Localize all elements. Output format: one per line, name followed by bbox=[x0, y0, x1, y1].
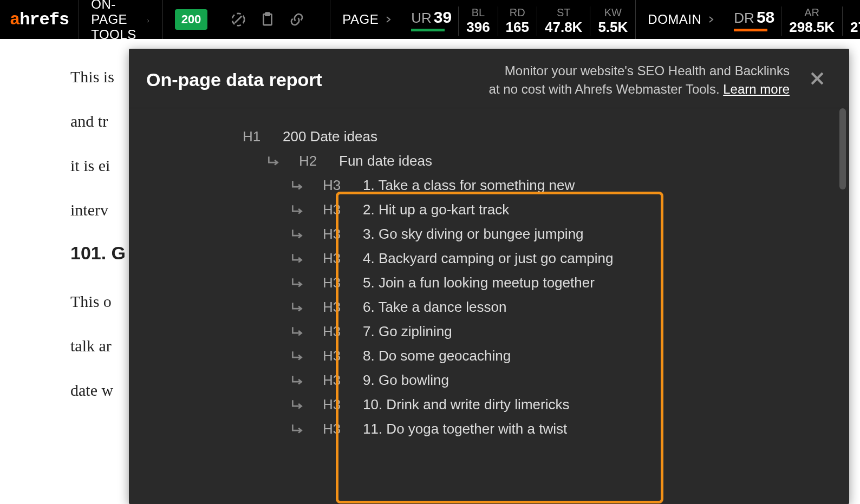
metric-bl: BL396 bbox=[458, 6, 497, 36]
heading-text: Fun date ideas bbox=[339, 153, 432, 169]
ahrefs-toolbar: ahrefs ON-PAGE TOOLS 200 PAGE UR 39 BL39… bbox=[0, 0, 860, 39]
metric-label: AR bbox=[804, 6, 819, 19]
domain-section[interactable]: DOMAIN bbox=[635, 0, 727, 39]
indent-arrow-icon bbox=[290, 252, 307, 266]
indent-arrow-icon bbox=[290, 300, 307, 315]
ur-bar bbox=[411, 29, 445, 31]
ahrefs-logo: ahrefs bbox=[0, 10, 79, 30]
metric-label: ST bbox=[557, 6, 571, 19]
heading-tag: H3 bbox=[323, 177, 347, 194]
heading-tag: H1 bbox=[243, 128, 266, 145]
heading-tag: H3 bbox=[323, 250, 347, 267]
chevron-right-icon bbox=[146, 15, 150, 24]
metric-bl: BL27.2K bbox=[842, 6, 860, 36]
indent-arrow-icon bbox=[290, 325, 307, 339]
status-badge: 200 bbox=[175, 9, 208, 30]
panel-body: H1200 Date ideasH2Fun date ideasH31. Tak… bbox=[129, 108, 849, 504]
metric-value: 5.5K bbox=[598, 19, 628, 36]
chevron-right-icon bbox=[384, 15, 393, 24]
ur-label: UR bbox=[411, 10, 432, 27]
heading-text: 2. Hit up a go-kart track bbox=[363, 201, 509, 218]
heading-tag: H3 bbox=[323, 372, 347, 389]
metric-value: 165 bbox=[506, 19, 529, 36]
learn-more-link[interactable]: Learn more bbox=[723, 82, 790, 96]
panel-title: On-page data report bbox=[146, 69, 322, 90]
heading-text: 10. Drink and write dirty limericks bbox=[363, 396, 569, 413]
heading-tag: H3 bbox=[323, 299, 347, 316]
indent-arrow-icon bbox=[290, 374, 307, 388]
heading-row-h3[interactable]: H311. Do yoga together with a twist bbox=[290, 417, 838, 441]
close-icon[interactable] bbox=[803, 69, 832, 91]
heading-row-h3[interactable]: H34. Backyard camping or just go camping bbox=[290, 246, 838, 271]
svg-line-1 bbox=[235, 16, 242, 23]
metric-kw: KW5.5K bbox=[590, 6, 635, 36]
heading-row-h2[interactable]: H2Fun date ideas bbox=[266, 149, 838, 173]
heading-row-h1[interactable]: H1200 Date ideas bbox=[243, 125, 838, 149]
heading-text: 5. Join a fun looking meetup together bbox=[363, 274, 595, 291]
metric-rd: RD165 bbox=[498, 6, 537, 36]
page-section[interactable]: PAGE bbox=[330, 0, 405, 39]
broken-link-icon[interactable] bbox=[230, 11, 246, 28]
indent-arrow-icon bbox=[290, 276, 307, 290]
heading-row-h3[interactable]: H36. Take a dance lesson bbox=[290, 295, 838, 319]
metric-value: 396 bbox=[466, 19, 490, 36]
dr-metric: DR 58 bbox=[727, 0, 781, 39]
indent-arrow-icon bbox=[290, 227, 307, 241]
heading-tag: H3 bbox=[323, 348, 347, 364]
on-page-data-panel: On-page data report Monitor your website… bbox=[129, 49, 849, 504]
scrollbar-thumb[interactable] bbox=[839, 108, 846, 189]
metric-st: ST47.8K bbox=[537, 6, 590, 36]
panel-header: On-page data report Monitor your website… bbox=[129, 49, 849, 108]
heading-tag: H3 bbox=[323, 421, 347, 437]
page-label: PAGE bbox=[342, 12, 379, 27]
heading-text: 7. Go ziplining bbox=[363, 323, 452, 340]
headings-list: H1200 Date ideasH2Fun date ideasH31. Tak… bbox=[243, 125, 838, 441]
heading-tag: H3 bbox=[323, 274, 347, 291]
metric-label: RD bbox=[510, 6, 525, 19]
metric-ar: AR298.5K bbox=[781, 6, 842, 36]
indent-arrow-icon bbox=[290, 422, 307, 436]
heading-text: 9. Go bowling bbox=[363, 372, 449, 389]
on-page-tools-section[interactable]: ON-PAGE TOOLS bbox=[79, 0, 162, 39]
heading-text: 8. Do some geocaching bbox=[363, 348, 511, 364]
heading-text: 6. Take a dance lesson bbox=[363, 299, 506, 316]
heading-tag: H3 bbox=[323, 396, 347, 413]
heading-tag: H3 bbox=[323, 323, 347, 340]
dr-label: DR bbox=[734, 10, 754, 27]
ur-metric: UR 39 bbox=[405, 0, 458, 39]
heading-row-h3[interactable]: H38. Do some geocaching bbox=[290, 344, 838, 368]
heading-tag: H3 bbox=[323, 226, 347, 243]
metric-value: 298.5K bbox=[789, 19, 835, 36]
indent-arrow-icon bbox=[290, 203, 307, 217]
metric-label: KW bbox=[604, 6, 622, 19]
heading-tag: H3 bbox=[323, 201, 347, 218]
heading-row-h3[interactable]: H39. Go bowling bbox=[290, 368, 838, 392]
heading-row-h3[interactable]: H31. Take a class for something new bbox=[290, 173, 838, 198]
domain-label: DOMAIN bbox=[648, 12, 701, 27]
link-icon[interactable] bbox=[289, 11, 305, 28]
metric-value: 27.2K bbox=[850, 19, 860, 36]
indent-arrow-icon bbox=[290, 349, 307, 363]
ur-value: 39 bbox=[434, 8, 452, 27]
heading-text: 3. Go sky diving or bungee jumping bbox=[363, 226, 584, 243]
metric-value: 47.8K bbox=[545, 19, 582, 36]
heading-row-h3[interactable]: H32. Hit up a go-kart track bbox=[290, 198, 838, 222]
dr-bar bbox=[734, 29, 767, 31]
domain-metrics: AR298.5KBL27.2K bbox=[781, 0, 860, 39]
heading-text: 11. Do yoga together with a twist bbox=[363, 421, 567, 437]
heading-row-h3[interactable]: H33. Go sky diving or bungee jumping bbox=[290, 222, 838, 246]
clipboard-icon[interactable] bbox=[259, 11, 276, 28]
heading-row-h3[interactable]: H35. Join a fun looking meetup together bbox=[290, 271, 838, 295]
chevron-right-icon bbox=[707, 15, 715, 24]
tools-badges: 200 bbox=[162, 0, 330, 39]
heading-text: 1. Take a class for something new bbox=[363, 177, 575, 194]
indent-arrow-icon bbox=[290, 179, 307, 193]
heading-row-h3[interactable]: H37. Go ziplining bbox=[290, 319, 838, 344]
heading-tag: H2 bbox=[299, 153, 323, 169]
panel-promo-text: Monitor your website's SEO Health and Ba… bbox=[489, 62, 790, 98]
on-page-tools-label: ON-PAGE TOOLS bbox=[91, 0, 141, 42]
heading-text: 200 Date ideas bbox=[283, 128, 377, 145]
dr-value: 58 bbox=[757, 8, 774, 27]
indent-arrow-icon bbox=[290, 398, 307, 412]
heading-row-h3[interactable]: H310. Drink and write dirty limericks bbox=[290, 392, 838, 417]
